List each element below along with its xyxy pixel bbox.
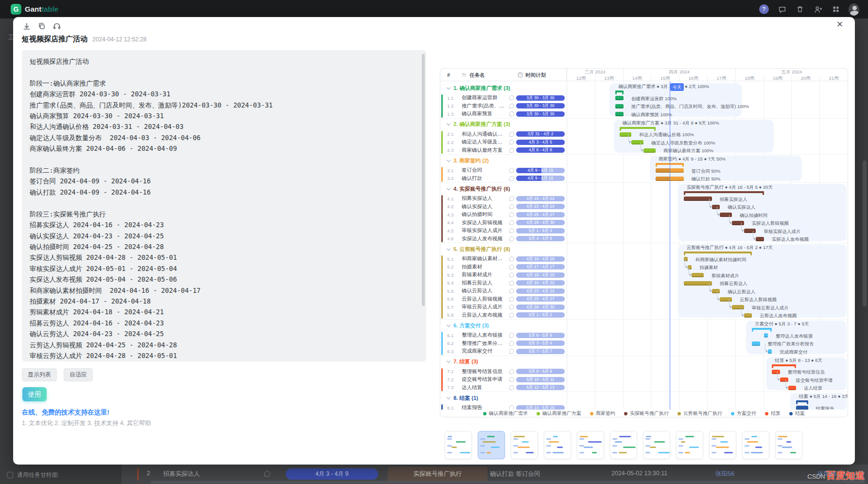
comment-icon[interactable] xyxy=(509,204,514,209)
task-row[interactable]: 7.1整理账号结算信息5月 8 - 5月 9 xyxy=(440,368,567,376)
column-plan-header[interactable]: 时间计划 xyxy=(525,72,546,79)
date-pill[interactable]: 4月 28 - 4月 30 xyxy=(516,220,565,225)
task-row[interactable]: 2.1和达人沟通确认价格3月 31 - 4月 2 xyxy=(440,130,567,139)
task-bar[interactable] xyxy=(788,386,797,390)
comment-icon[interactable] xyxy=(509,281,514,286)
task-row[interactable]: 7.3达人结算5月 12 - 5月 13 xyxy=(440,384,567,392)
task-row[interactable]: 5.4招募云剪达人4月 16 - 4月 22 xyxy=(440,279,567,287)
task-row[interactable]: 6.3完成商家交付5月 7 - 5月 7 xyxy=(440,347,567,356)
date-pill[interactable]: 4月 16 - 4月 22 xyxy=(516,196,565,201)
group-summary-bar[interactable] xyxy=(796,400,808,402)
task-row[interactable]: 5.1和商家确认素材拍摄时间4月 16 - 4月 16 xyxy=(440,255,567,263)
task-bar[interactable] xyxy=(796,406,808,410)
task-row[interactable]: 5.8云剪达人发布视频5月 1 - 5月 2 xyxy=(440,311,567,320)
gantt-thumbnail[interactable] xyxy=(478,431,505,459)
comment-icon[interactable] xyxy=(509,168,514,173)
plan-text-panel[interactable]: 短视频探店推广活动 阶段一:确认商家推广需求创建商家运营群 2024-03-30… xyxy=(22,50,426,361)
comment-icon[interactable] xyxy=(509,297,514,302)
date-pill[interactable]: 5月 12 - 5月 13 xyxy=(516,385,565,390)
task-row[interactable]: 5.3剪辑素材成片4月 18 - 4月 20 xyxy=(440,271,567,279)
gantt-thumbnail[interactable] xyxy=(742,431,769,459)
comment-icon[interactable] xyxy=(509,228,514,233)
task-bar[interactable] xyxy=(684,281,712,286)
auto-fit-button[interactable]: 自适应 xyxy=(64,368,93,381)
gantt-thumbnail[interactable] xyxy=(610,431,637,459)
chevron-down-icon[interactable] xyxy=(447,359,451,363)
comment-icon[interactable] xyxy=(509,256,514,261)
download-icon[interactable] xyxy=(22,21,32,31)
comment-icon[interactable] xyxy=(509,111,514,116)
date-pill[interactable]: 5月 6 - 5月 6 xyxy=(516,333,565,338)
comment-icon[interactable] xyxy=(509,272,514,277)
task-row[interactable]: 6.2整理推广效果分析报告5月 3 - 5月 4 xyxy=(440,340,567,348)
comment-icon[interactable] xyxy=(509,265,514,269)
date-pill[interactable]: 3月 30 - 3月 30 xyxy=(516,103,565,108)
chevron-down-icon[interactable] xyxy=(447,323,451,326)
gantt-thumbnail[interactable] xyxy=(511,431,538,459)
task-bar[interactable] xyxy=(744,313,752,318)
task-row[interactable]: 5.2拍摄素材4月 17 - 4月 17 xyxy=(440,263,567,271)
row-group-chip[interactable]: 实探账号推广执行 xyxy=(388,467,487,481)
date-pill[interactable]: 3月 31 - 4月 2 xyxy=(516,131,565,137)
invite-icon[interactable] xyxy=(813,4,823,15)
task-row[interactable]: 1.3确认商家预算3月 30 - 3月 30 xyxy=(440,110,567,118)
task-row[interactable]: 3.2确认打款4月 9 - 4月 15 xyxy=(440,175,567,183)
date-pill[interactable]: 5月 3 - 5月 4 xyxy=(516,341,565,346)
group-row[interactable]: 2. 确认商家推广方案 (3) xyxy=(440,119,567,130)
date-pill[interactable]: 5月 14 - 5月 16 xyxy=(516,405,565,410)
apps-icon[interactable] xyxy=(831,4,841,15)
gantt-thumbnail[interactable] xyxy=(643,431,670,459)
comment-icon[interactable] xyxy=(509,140,514,144)
group-row[interactable]: 4. 实探账号推广执行 (6) xyxy=(440,183,567,195)
task-row[interactable]: 2.3商家确认最终方案4月 6 - 4月 8 xyxy=(440,146,567,155)
gantt-thumbnail[interactable] xyxy=(445,431,472,459)
gantt-thumbnail[interactable] xyxy=(676,431,703,459)
task-row[interactable]: 4.6实探达人发布视频5月 4 - 5月 5 xyxy=(440,235,567,243)
group-row[interactable]: 7. 结算 (3) xyxy=(440,356,567,368)
panel-scrollbar[interactable] xyxy=(422,54,425,358)
column-name-header[interactable]: 任务名 xyxy=(469,72,485,79)
gantt-thumbnail[interactable] xyxy=(775,431,802,459)
comment-icon[interactable] xyxy=(509,377,514,382)
group-row[interactable]: 3. 商家签约 (2) xyxy=(440,155,567,166)
comment-icon[interactable] xyxy=(264,471,270,477)
comment-icon[interactable] xyxy=(509,176,514,181)
date-pill[interactable]: 5月 1 - 5月 3 xyxy=(516,228,565,233)
chevron-down-icon[interactable] xyxy=(447,186,451,190)
trash-icon[interactable] xyxy=(795,4,805,15)
date-pill[interactable]: 4月 25 - 4月 27 xyxy=(516,212,565,217)
task-bar[interactable] xyxy=(768,349,772,354)
comment-icon[interactable] xyxy=(509,405,514,410)
support-link[interactable]: 在线、免费的技术支持在这里! xyxy=(22,408,109,417)
group-row[interactable]: 5. 云剪账号推广执行 (8) xyxy=(440,243,567,255)
comment-icon[interactable] xyxy=(509,104,514,108)
date-pill[interactable]: 4月 9 - 4月 15 xyxy=(516,168,565,173)
group-row[interactable]: 1. 确认商家推广需求 (3) xyxy=(440,82,567,94)
task-row[interactable]: 1.1创建商家运营群3月 30 - 3月 30 xyxy=(440,94,567,102)
comment-icon[interactable] xyxy=(509,288,514,293)
task-row[interactable]: 7.2提交账号结算申请5月 10 - 5月 11 xyxy=(440,376,567,384)
show-list-button[interactable]: 显示列表 xyxy=(22,368,57,381)
comment-icon[interactable] xyxy=(509,341,514,346)
date-pill[interactable]: 5月 8 - 5月 9 xyxy=(516,369,565,374)
task-bar[interactable] xyxy=(752,341,760,346)
sidebar-bottom-item[interactable]: 通用任务甘特图 xyxy=(7,471,58,479)
comment-icon[interactable] xyxy=(509,148,514,153)
gantt-thumbnail[interactable] xyxy=(544,431,571,459)
date-pill[interactable]: 4月 6 - 4月 8 xyxy=(516,147,565,153)
row-date-pill[interactable]: 4月 3 - 4月 9 xyxy=(286,468,378,480)
task-row[interactable]: 8.1结案报告5月 14 - 5月 16 xyxy=(440,404,567,410)
group-summary-bar[interactable] xyxy=(620,127,656,129)
task-bar[interactable] xyxy=(615,96,624,100)
date-pill[interactable]: 4月 25 - 4月 27 xyxy=(516,296,565,302)
comment-icon[interactable] xyxy=(509,333,514,338)
task-row[interactable]: 6.1整理达人发布链接5月 6 - 5月 6 xyxy=(440,331,567,340)
date-pill[interactable]: 4月 17 - 4月 17 xyxy=(516,264,565,269)
chevron-down-icon[interactable] xyxy=(447,85,451,89)
task-bar[interactable] xyxy=(756,237,764,241)
copy-icon[interactable] xyxy=(37,21,47,31)
use-button[interactable]: 使用 xyxy=(22,387,47,401)
date-pill[interactable]: 5月 4 - 5月 5 xyxy=(516,236,565,241)
date-pill[interactable]: 4月 16 - 4月 16 xyxy=(516,256,565,262)
date-pill[interactable]: 5月 7 - 5月 7 xyxy=(516,349,565,354)
